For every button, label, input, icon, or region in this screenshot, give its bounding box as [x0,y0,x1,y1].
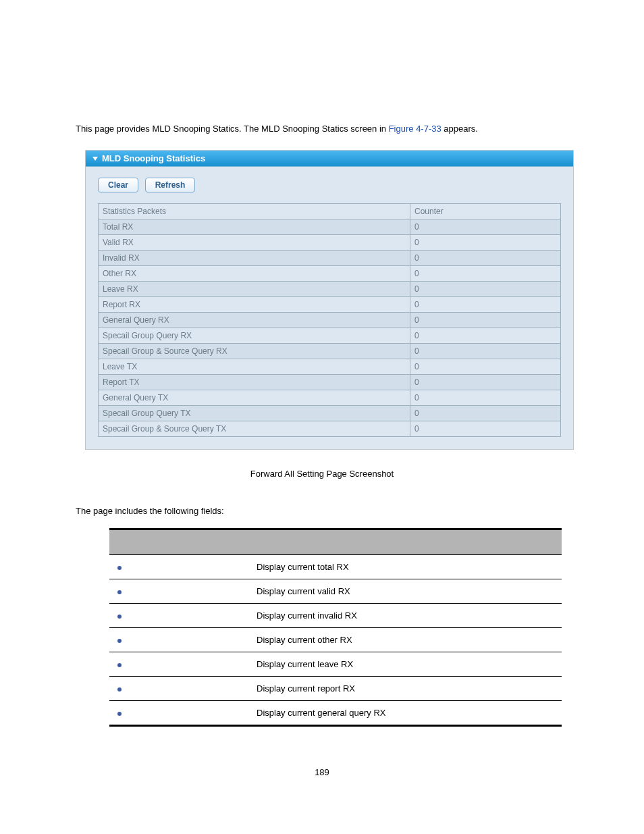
table-row: Specail Group Query RX0 [99,328,561,344]
bullet-cell [109,701,251,726]
stat-label: Total RX [99,219,410,235]
stat-value: 0 [410,266,561,282]
screenshot-panel: MLD Snooping Statistics Clear Refresh St… [85,150,574,450]
caret-down-icon [92,153,102,163]
stat-value: 0 [410,328,561,344]
stat-value: 0 [410,421,561,437]
table-row: Display current leave RX [109,652,562,677]
table-row: Display current general query RX [109,701,562,726]
table-row: Other RX0 [99,266,561,282]
table-row: Specail Group Query TX0 [99,406,561,421]
intro-text: This page provides MLD Snooping Statics.… [76,124,568,134]
fields-intro: The page includes the following fields: [76,506,568,516]
stat-value: 0 [410,375,561,390]
description-table: Display current total RXDisplay current … [109,528,562,727]
stat-label: General Query TX [99,390,410,406]
bullet-icon [117,639,122,643]
stat-label: Other RX [99,266,410,282]
stat-label: Specail Group Query RX [99,328,410,344]
figure-link[interactable]: Figure 4-7-33 [389,124,441,134]
bullet-icon [117,712,122,716]
table-row: Valid RX0 [99,235,561,251]
stat-label: Invalid RX [99,251,410,266]
stat-value: 0 [410,251,561,266]
stat-label: Report TX [99,375,410,390]
table-row: General Query RX0 [99,313,561,328]
stat-value: 0 [410,390,561,406]
stat-value: 0 [410,297,561,313]
table-row: Display current invalid RX [109,604,562,628]
bullet-icon [117,590,122,594]
table-row: Specail Group & Source Query RX0 [99,344,561,359]
stat-label: Valid RX [99,235,410,251]
description-cell: Display current valid RX [251,579,562,604]
table-row: Total RX0 [99,219,561,235]
table-row: Display current total RX [109,555,562,579]
intro-prefix: This page provides MLD Snooping Statics.… [76,124,389,134]
bullet-cell [109,652,251,677]
stat-label: Report RX [99,297,410,313]
bullet-icon [117,566,122,570]
page-number: 189 [76,767,568,777]
intro-suffix: appears. [441,124,478,134]
description-cell: Display current other RX [251,628,562,652]
description-cell: Display current report RX [251,677,562,701]
table-row: Leave TX0 [99,359,561,375]
stat-label: Leave RX [99,282,410,297]
panel-header[interactable]: MLD Snooping Statistics [86,151,573,167]
description-cell: Display current general query RX [251,701,562,726]
bullet-icon [117,663,122,667]
table-row: Leave RX0 [99,282,561,297]
table-row: General Query TX0 [99,390,561,406]
bullet-icon [117,687,122,692]
table-row: Specail Group & Source Query TX0 [99,421,561,437]
bullet-cell [109,579,251,604]
stat-value: 0 [410,219,561,235]
table-row: Report TX0 [99,375,561,390]
stat-value: 0 [410,313,561,328]
stat-value: 0 [410,359,561,375]
stat-label: Specail Group & Source Query TX [99,421,410,437]
svg-marker-0 [92,157,98,161]
stat-label: Leave TX [99,359,410,375]
table-row: Display current report RX [109,677,562,701]
description-cell: Display current total RX [251,555,562,579]
table-header-row: Statistics Packets Counter [99,204,561,219]
table-row: Display current valid RX [109,579,562,604]
bullet-icon [117,615,122,619]
table-row: Display current other RX [109,628,562,652]
desc-header-description [251,529,562,555]
desc-header-object [109,529,251,555]
bullet-cell [109,604,251,628]
stat-value: 0 [410,282,561,297]
stat-value: 0 [410,344,561,359]
stat-value: 0 [410,406,561,421]
refresh-button[interactable]: Refresh [145,178,196,192]
screenshot-caption: Forward All Setting Page Screenshot [76,469,568,479]
clear-button[interactable]: Clear [98,178,138,192]
bullet-cell [109,555,251,579]
header-packets: Statistics Packets [99,204,410,219]
stat-label: General Query RX [99,313,410,328]
header-counter: Counter [410,204,561,219]
statistics-table: Statistics Packets Counter Total RX0Vali… [98,203,561,437]
bullet-cell [109,628,251,652]
stat-value: 0 [410,235,561,251]
description-cell: Display current leave RX [251,652,562,677]
table-row: Invalid RX0 [99,251,561,266]
stat-label: Specail Group Query TX [99,406,410,421]
table-row: Report RX0 [99,297,561,313]
description-cell: Display current invalid RX [251,604,562,628]
panel-title: MLD Snooping Statistics [102,153,205,163]
stat-label: Specail Group & Source Query RX [99,344,410,359]
bullet-cell [109,677,251,701]
